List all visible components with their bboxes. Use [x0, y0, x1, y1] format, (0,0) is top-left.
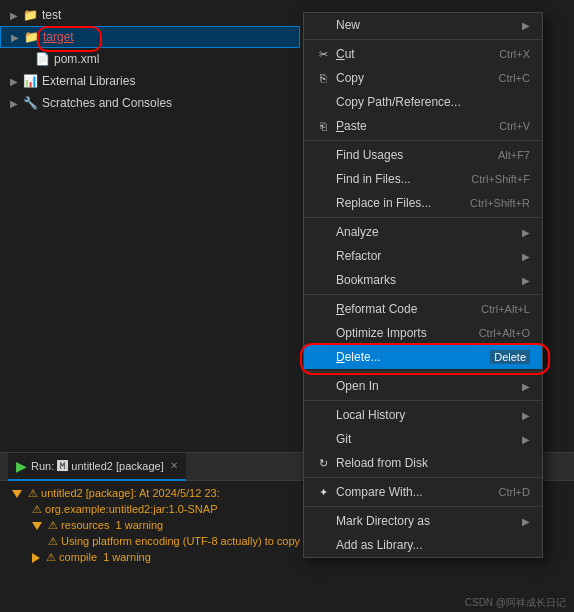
- submenu-arrow-local-history: ▶: [522, 410, 530, 421]
- close-tab-icon[interactable]: ✕: [170, 460, 178, 471]
- sidebar-item-pom[interactable]: 📄 pom.xml: [0, 48, 300, 70]
- sidebar-item-test[interactable]: ▶ 📁 test: [0, 4, 300, 26]
- log-text-1: ⚠ untitled2 [package]: At 2024/5/12 23:: [28, 487, 220, 499]
- file-icon-pom: 📄: [34, 51, 50, 67]
- menu-item-paste[interactable]: ⎗ Paste Ctrl+V: [304, 114, 542, 138]
- menu-item-copy[interactable]: ⎘ Copy Ctrl+C: [304, 66, 542, 90]
- menu-label-git: Git: [336, 432, 351, 446]
- local-history-icon: [316, 408, 330, 422]
- menu-label-find-usages: Find Usages: [336, 148, 403, 162]
- compare-icon: ✦: [316, 485, 330, 499]
- divider-7: [304, 477, 542, 478]
- log-text-5: ⚠ compile 1 warning: [46, 551, 151, 563]
- extlib-icon: 📊: [22, 73, 38, 89]
- sidebar-item-scratches-label: Scratches and Consoles: [42, 96, 172, 110]
- folder-icon-target: 📁: [23, 29, 39, 45]
- menu-item-find-files[interactable]: Find in Files... Ctrl+Shift+F: [304, 167, 542, 191]
- reload-icon: ↻: [316, 456, 330, 470]
- divider-6: [304, 400, 542, 401]
- analyze-icon: [316, 225, 330, 239]
- submenu-arrow-open-in: ▶: [522, 381, 530, 392]
- divider-3: [304, 217, 542, 218]
- refactor-icon: [316, 249, 330, 263]
- menu-label-reload: Reload from Disk: [336, 456, 428, 470]
- menu-label-cut: Cut: [336, 47, 355, 61]
- sidebar-item-ext-libs[interactable]: ▶ 📊 External Libraries: [0, 70, 300, 92]
- menu-label-optimize: Optimize Imports: [336, 326, 427, 340]
- menu-item-git[interactable]: Git ▶: [304, 427, 542, 451]
- sidebar-item-pom-label: pom.xml: [54, 52, 99, 66]
- menu-item-reload[interactable]: ↻ Reload from Disk: [304, 451, 542, 475]
- menu-item-delete[interactable]: Delete... Delete: [304, 345, 542, 369]
- menu-item-copy-path[interactable]: Copy Path/Reference...: [304, 90, 542, 114]
- run-tab-label: Run:: [31, 460, 54, 472]
- divider-4: [304, 294, 542, 295]
- menu-item-refactor[interactable]: Refactor ▶: [304, 244, 542, 268]
- copy-path-icon: [316, 95, 330, 109]
- menu-label-open-in: Open In: [336, 379, 379, 393]
- sidebar-item-extlib-label: External Libraries: [42, 74, 135, 88]
- menu-item-compare[interactable]: ✦ Compare With... Ctrl+D: [304, 480, 542, 504]
- divider-8: [304, 506, 542, 507]
- cut-icon: ✂: [316, 47, 330, 61]
- find-usages-icon: [316, 148, 330, 162]
- optimize-shortcut: Ctrl+Alt+O: [479, 327, 530, 339]
- menu-item-new[interactable]: New ▶: [304, 13, 542, 37]
- run-tab[interactable]: ▶ Run: 🅼 untitled2 [package] ✕: [8, 453, 186, 481]
- scratches-icon: 🔧: [22, 95, 38, 111]
- find-files-shortcut: Ctrl+Shift+F: [471, 173, 530, 185]
- submenu-arrow-analyze: ▶: [522, 227, 530, 238]
- menu-item-open-in[interactable]: Open In ▶: [304, 374, 542, 398]
- git-icon: [316, 432, 330, 446]
- menu-label-reformat: Reformat Code: [336, 302, 417, 316]
- menu-item-local-history[interactable]: Local History ▶: [304, 403, 542, 427]
- menu-item-analyze[interactable]: Analyze ▶: [304, 220, 542, 244]
- submenu-arrow-refactor: ▶: [522, 251, 530, 262]
- menu-label-compare: Compare With...: [336, 485, 423, 499]
- find-files-icon: [316, 172, 330, 186]
- menu-item-cut[interactable]: ✂ Cut Ctrl+X: [304, 42, 542, 66]
- menu-label-add-library: Add as Library...: [336, 538, 422, 552]
- run-tab-name: 🅼 untitled2 [package]: [57, 460, 163, 472]
- paste-icon: ⎗: [316, 119, 330, 133]
- divider-1: [304, 39, 542, 40]
- find-usages-shortcut: Alt+F7: [498, 149, 530, 161]
- arrow-icon-target: ▶: [9, 31, 21, 43]
- menu-item-bookmarks[interactable]: Bookmarks ▶: [304, 268, 542, 292]
- divider-5: [304, 371, 542, 372]
- optimize-icon: [316, 326, 330, 340]
- sidebar-item-scratches[interactable]: ▶ 🔧 Scratches and Consoles: [0, 92, 300, 114]
- menu-label-delete: Delete...: [336, 350, 381, 364]
- submenu-arrow-mark-dir: ▶: [522, 516, 530, 527]
- delete-shortcut: Delete: [490, 350, 530, 364]
- watermark: CSDN @阿祥成长日记: [465, 596, 566, 610]
- cut-shortcut: Ctrl+X: [499, 48, 530, 60]
- menu-item-optimize-imports[interactable]: Optimize Imports Ctrl+Alt+O: [304, 321, 542, 345]
- submenu-arrow-bookmarks: ▶: [522, 275, 530, 286]
- menu-label-new: New: [336, 18, 360, 32]
- sidebar-item-target[interactable]: ▶ 📁 target: [0, 26, 300, 48]
- paste-shortcut: Ctrl+V: [499, 120, 530, 132]
- menu-label-copy: Copy: [336, 71, 364, 85]
- sidebar-item-target-label: target: [43, 30, 74, 44]
- arrow-icon-scratches: ▶: [8, 97, 20, 109]
- menu-label-paste: Paste: [336, 119, 367, 133]
- folder-icon-test: 📁: [22, 7, 38, 23]
- menu-item-mark-dir[interactable]: Mark Directory as ▶: [304, 509, 542, 533]
- menu-item-add-library[interactable]: Add as Library...: [304, 533, 542, 557]
- menu-label-refactor: Refactor: [336, 249, 381, 263]
- sidebar-item-label: test: [42, 8, 61, 22]
- replace-files-icon: [316, 196, 330, 210]
- replace-files-shortcut: Ctrl+Shift+R: [470, 197, 530, 209]
- menu-item-replace-files[interactable]: Replace in Files... Ctrl+Shift+R: [304, 191, 542, 215]
- menu-label-bookmarks: Bookmarks: [336, 273, 396, 287]
- arrow-icon-pom: [20, 53, 32, 65]
- add-library-icon: [316, 538, 330, 552]
- menu-item-find-usages[interactable]: Find Usages Alt+F7: [304, 143, 542, 167]
- copy-shortcut: Ctrl+C: [499, 72, 530, 84]
- log-text-3: ⚠ resources 1 warning: [48, 519, 163, 531]
- menu-label-analyze: Analyze: [336, 225, 379, 239]
- menu-label-mark-dir: Mark Directory as: [336, 514, 430, 528]
- delete-icon: [316, 350, 330, 364]
- menu-item-reformat[interactable]: Reformat Code Ctrl+Alt+L: [304, 297, 542, 321]
